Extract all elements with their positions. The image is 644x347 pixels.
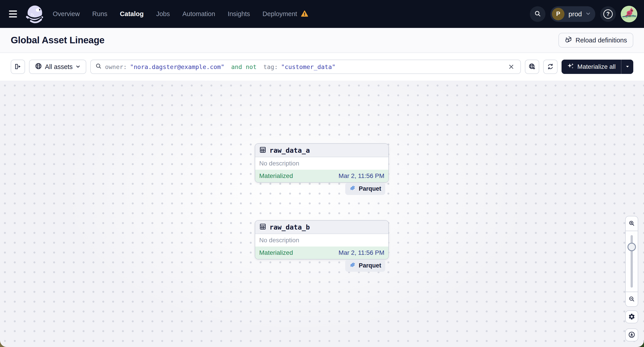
environment-avatar: P [552, 8, 564, 20]
topnav-right: P prod ? [530, 6, 637, 22]
query-key: tag: [264, 63, 278, 70]
sparkles-icon [567, 62, 574, 71]
asset-node-header: raw_data_a [255, 144, 388, 157]
reload-definitions-button[interactable]: Reload definitions [558, 33, 633, 47]
materialization-timestamp: Mar 2, 11:56 PM [338, 249, 384, 256]
download-graph-button[interactable] [625, 329, 638, 342]
materialize-dropdown-toggle[interactable] [621, 60, 633, 74]
materialize-all-button[interactable]: Materialize all [562, 60, 621, 74]
asset-search-input[interactable]: owner:"nora.dagster@example.com" and not… [90, 60, 521, 74]
gear-icon [628, 313, 635, 321]
panel-expand-icon [14, 63, 22, 71]
zoom-out-button[interactable] [626, 292, 638, 306]
table-icon [259, 146, 266, 154]
hamburger-menu-button[interactable] [7, 7, 21, 21]
reload-cube-icon [565, 36, 572, 45]
page-header: Global Asset Lineage Reload definitions [0, 28, 644, 53]
asset-node-raw-data-a[interactable]: raw_data_a No description Materialized M… [255, 143, 389, 183]
zoom-in-button[interactable] [626, 216, 638, 231]
chevron-down-icon [76, 63, 80, 70]
nav-link-insights[interactable]: Insights [228, 10, 250, 18]
zoom-slider[interactable] [626, 231, 638, 292]
nav-link-catalog[interactable]: Catalog [120, 10, 144, 18]
asset-scope-dropdown[interactable]: All assets [29, 60, 86, 74]
refresh-button[interactable] [543, 60, 558, 74]
asset-node-raw-data-b[interactable]: raw_data_b No description Materialized M… [255, 220, 389, 260]
table-icon [259, 223, 266, 231]
query-value: "nora.dagster@example.com" [130, 63, 224, 70]
asset-description: No description [255, 234, 388, 247]
materialize-split-button: Materialize all [562, 60, 633, 74]
page-title: Global Asset Lineage [11, 35, 104, 45]
asset-name: raw_data_a [270, 146, 310, 154]
top-nav-bar: Overview Runs Catalog Jobs Automation In… [0, 0, 644, 28]
help-icon: ? [603, 9, 613, 19]
globe-plus-icon [528, 63, 536, 71]
caret-down-icon [625, 64, 630, 69]
download-icon [628, 331, 635, 339]
dagster-logo-icon[interactable] [24, 4, 45, 24]
search-icon [95, 63, 102, 71]
kind-badge-parquet[interactable]: Parquet [345, 260, 385, 272]
nav-link-overview[interactable]: Overview [53, 10, 80, 18]
kind-badge-label: Parquet [359, 185, 381, 192]
kind-badge-parquet[interactable]: Parquet [345, 183, 385, 195]
search-icon [534, 10, 541, 18]
query-value: "customer_data" [281, 63, 336, 70]
refresh-icon [547, 63, 554, 71]
parquet-icon [349, 262, 356, 270]
parquet-icon [349, 185, 356, 193]
query-operator: and not [228, 63, 260, 70]
clear-search-button[interactable] [506, 62, 516, 71]
materialize-all-label: Materialize all [578, 63, 616, 70]
environment-switcher[interactable]: P prod [550, 6, 595, 22]
nav-links: Overview Runs Catalog Jobs Automation In… [53, 10, 308, 18]
reload-definitions-label: Reload definitions [576, 37, 627, 44]
nav-link-jobs[interactable]: Jobs [156, 10, 170, 18]
dagster-app: Overview Runs Catalog Jobs Automation In… [0, 0, 644, 347]
query-key: owner: [105, 63, 127, 70]
materialization-timestamp: Mar 2, 11:56 PM [338, 172, 384, 180]
chevron-down-icon [586, 11, 591, 17]
asset-status-row: Materialized Mar 2, 11:56 PM [255, 170, 388, 182]
canvas-wrap: raw_data_a No description Materialized M… [0, 81, 644, 347]
open-left-panel-button[interactable] [11, 60, 25, 74]
new-view-globe-button[interactable] [525, 60, 539, 74]
zoom-controls [625, 216, 638, 307]
status-badge: Materialized [259, 172, 293, 180]
asset-status-row: Materialized Mar 2, 11:56 PM [255, 247, 388, 259]
help-button[interactable]: ? [600, 6, 616, 22]
nav-link-deployment[interactable]: Deployment [262, 10, 297, 18]
global-search-button[interactable] [530, 6, 546, 22]
zoom-in-icon [628, 220, 635, 227]
asset-name: raw_data_b [270, 223, 310, 231]
graph-settings-button[interactable] [625, 310, 638, 323]
environment-label: prod [568, 10, 582, 18]
status-badge: Materialized [259, 249, 293, 256]
asset-scope-label: All assets [45, 63, 72, 70]
zoom-out-icon [628, 296, 635, 303]
user-avatar[interactable] [621, 6, 637, 22]
zoom-slider-thumb[interactable] [628, 243, 636, 251]
deployment-warning-icon [301, 10, 308, 18]
lineage-canvas[interactable]: raw_data_a No description Materialized M… [0, 81, 644, 347]
nav-link-automation[interactable]: Automation [182, 10, 215, 18]
globe-icon [35, 62, 42, 71]
lineage-toolbar: All assets owner:"nora.dagster@example.c… [0, 53, 644, 81]
asset-description: No description [255, 157, 388, 170]
nav-link-runs[interactable]: Runs [92, 10, 108, 18]
asset-node-header: raw_data_b [255, 221, 388, 234]
kind-badge-label: Parquet [359, 262, 381, 269]
